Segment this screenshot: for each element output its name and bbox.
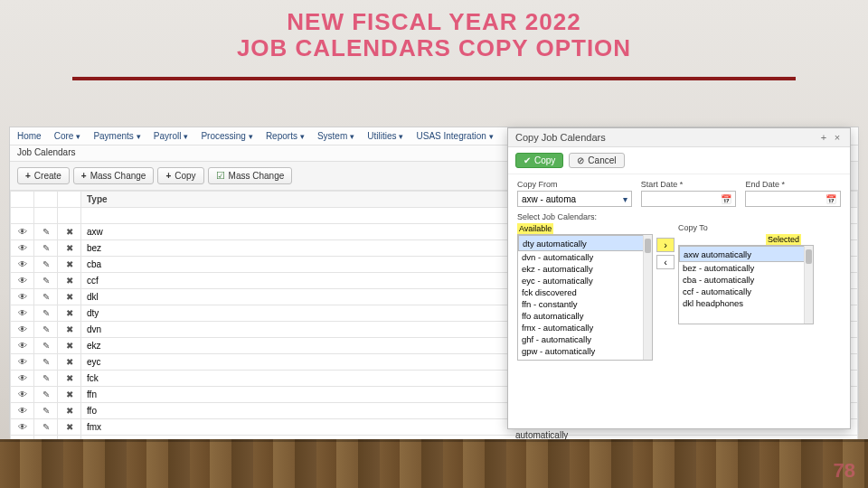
plus-icon: + [81, 171, 87, 181]
filter-delete [58, 208, 81, 224]
scrollbar[interactable] [643, 235, 652, 360]
modal-body: Copy From axw - automa ▾ Start Date * 📅 [508, 174, 850, 366]
copy-button[interactable]: + Copy [157, 167, 203, 184]
list-item[interactable]: ffo automatically [518, 310, 652, 322]
view-icon[interactable]: 👁 [11, 289, 34, 305]
wood-floor [0, 439, 868, 488]
plus-icon: + [25, 171, 31, 181]
list-item[interactable]: ccf - automatically [679, 286, 813, 297]
view-icon[interactable]: 👁 [11, 338, 34, 354]
filter-edit [34, 208, 58, 224]
view-icon[interactable]: 👁 [11, 322, 34, 338]
view-icon[interactable]: 👁 [11, 387, 34, 403]
mass-change-check-button[interactable]: ☑ Mass Change [208, 167, 293, 184]
end-date-input[interactable]: 📅 [745, 191, 841, 207]
mass-change-button[interactable]: + Mass Change [73, 167, 155, 184]
delete-icon[interactable]: ✖ [58, 354, 81, 371]
copy-from-select[interactable]: axw - automa ▾ [517, 191, 632, 207]
edit-icon[interactable]: ✎ [34, 224, 58, 240]
filter-view [11, 208, 34, 224]
nav-system[interactable]: System [317, 131, 354, 141]
view-icon[interactable]: 👁 [11, 257, 34, 273]
delete-icon[interactable]: ✖ [58, 305, 81, 322]
edit-icon[interactable]: ✎ [34, 240, 58, 257]
slide-title: NEW FISCAL YEAR 2022 JOB CALENDARS COPY … [0, 0, 868, 61]
check-icon: ✔ [524, 155, 531, 165]
view-icon[interactable]: 👁 [11, 273, 34, 289]
modal-expand-icon[interactable]: + [818, 132, 829, 143]
delete-icon[interactable]: ✖ [58, 289, 81, 305]
modal-titlebar: Copy Job Calendars + × [508, 128, 850, 147]
list-item[interactable]: fmx - automatically [518, 322, 652, 333]
edit-icon[interactable]: ✎ [34, 371, 58, 387]
col-edit [34, 192, 58, 208]
list-item[interactable]: gpw - automatically [518, 345, 652, 357]
list-item[interactable]: ffn - constantly [518, 298, 652, 310]
list-item[interactable]: dvn - automatically [518, 251, 652, 263]
list-item[interactable]: dty automatically [518, 235, 652, 251]
edit-icon[interactable]: ✎ [34, 387, 58, 403]
dual-list: Available dty automaticallydvn - automat… [517, 223, 841, 361]
mass-change2-label: Mass Change [229, 171, 285, 181]
available-listbox[interactable]: dty automaticallydvn - automaticallyekz … [517, 234, 653, 361]
app-screenshot: Home Core Payments Payroll Processing Re… [9, 127, 859, 434]
delete-icon[interactable]: ✖ [58, 403, 81, 419]
view-icon[interactable]: 👁 [11, 403, 34, 419]
edit-icon[interactable]: ✎ [34, 403, 58, 419]
delete-icon[interactable]: ✖ [58, 338, 81, 354]
nav-processing[interactable]: Processing [201, 131, 252, 141]
delete-icon[interactable]: ✖ [58, 240, 81, 257]
nav-home[interactable]: Home [17, 131, 42, 141]
selected-listbox[interactable]: axw automaticallybez - automaticallycba … [678, 245, 814, 324]
available-label: Available [517, 223, 553, 234]
edit-icon[interactable]: ✎ [34, 354, 58, 371]
start-date-input[interactable]: 📅 [641, 191, 737, 207]
view-icon[interactable]: 👁 [11, 305, 34, 322]
list-item[interactable]: dkl headphones [679, 297, 813, 309]
modal-close-icon[interactable]: × [832, 132, 843, 143]
delete-icon[interactable]: ✖ [58, 224, 81, 240]
delete-icon[interactable]: ✖ [58, 322, 81, 338]
list-item[interactable]: fck discovered [518, 286, 652, 298]
nav-core[interactable]: Core [54, 131, 81, 141]
modal-copy-button[interactable]: ✔ Copy [515, 153, 563, 168]
delete-icon[interactable]: ✖ [58, 387, 81, 403]
available-block: Available dty automaticallydvn - automat… [517, 223, 653, 361]
edit-icon[interactable]: ✎ [34, 257, 58, 273]
nav-payroll[interactable]: Payroll [154, 131, 189, 141]
edit-icon[interactable]: ✎ [34, 305, 58, 322]
nav-usas[interactable]: USAS Integration [416, 131, 493, 141]
page-number: 78 [834, 459, 855, 483]
edit-icon[interactable]: ✎ [34, 289, 58, 305]
list-item[interactable]: axw automatically [679, 246, 813, 262]
view-icon[interactable]: 👁 [11, 354, 34, 371]
nav-payments[interactable]: Payments [93, 131, 140, 141]
delete-icon[interactable]: ✖ [58, 273, 81, 289]
list-item[interactable]: ghf - automatically [518, 333, 652, 345]
title-line-2: JOB CALENDARS COPY OPTION [0, 35, 868, 61]
list-item[interactable]: cba - automatically [679, 274, 813, 286]
delete-icon[interactable]: ✖ [58, 257, 81, 273]
plus-icon: + [165, 171, 171, 181]
copy-from-value: axw - automa [522, 194, 576, 204]
create-button[interactable]: + Create [17, 167, 70, 184]
view-icon[interactable]: 👁 [11, 224, 34, 240]
nav-utilities[interactable]: Utilities [367, 131, 403, 141]
view-icon[interactable]: 👁 [11, 371, 34, 387]
view-icon[interactable]: 👁 [11, 240, 34, 257]
select-calendars-label: Select Job Calendars: [517, 212, 841, 221]
move-left-button[interactable]: ‹ [656, 255, 675, 269]
edit-icon[interactable]: ✎ [34, 322, 58, 338]
list-item[interactable]: bez - automatically [679, 262, 813, 274]
list-item[interactable]: eyc - automatically [518, 275, 652, 286]
move-right-button[interactable]: › [656, 238, 675, 252]
end-date-label: End Date * [745, 180, 841, 189]
nav-reports[interactable]: Reports [266, 131, 305, 141]
scrollbar[interactable] [804, 246, 813, 324]
title-line-1: NEW FISCAL YEAR 2022 [0, 9, 868, 35]
edit-icon[interactable]: ✎ [34, 338, 58, 354]
edit-icon[interactable]: ✎ [34, 273, 58, 289]
list-item[interactable]: ekz - automatically [518, 263, 652, 275]
delete-icon[interactable]: ✖ [58, 371, 81, 387]
modal-cancel-button[interactable]: ⊘ Cancel [569, 153, 624, 168]
